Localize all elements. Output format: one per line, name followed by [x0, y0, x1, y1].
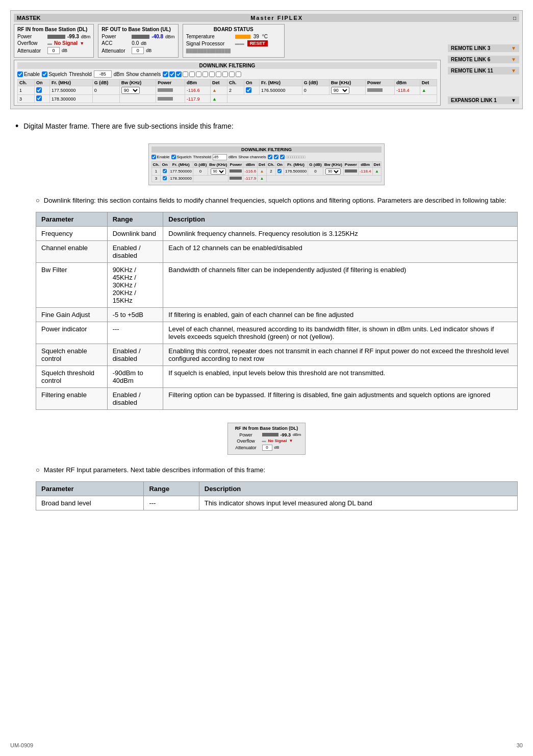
- mini-ch3: 3: [151, 175, 161, 182]
- mini-col-dbm: dBm: [243, 161, 258, 167]
- mini-ch-cb2[interactable]: [274, 155, 278, 159]
- enable-checkbox-label[interactable]: Enable: [17, 71, 40, 77]
- mini-bw2[interactable]: 90: [323, 167, 343, 175]
- rf-in-overflow-label: Overflow: [17, 40, 45, 46]
- channel-checkboxes: [163, 71, 241, 77]
- remote-link-6-item[interactable]: REMOTE LINK 6 ▼: [448, 56, 519, 63]
- ch-cb-2[interactable]: [169, 71, 175, 77]
- ch-on-cb[interactable]: [35, 95, 50, 103]
- ch-cb-9[interactable]: [216, 71, 221, 77]
- panel-title: Master FIPLEX: [40, 15, 513, 21]
- processor-label: Signal Processor: [186, 41, 232, 46]
- mini-det2: ▲: [372, 167, 382, 175]
- mini-ch-cb3[interactable]: [280, 155, 285, 159]
- mini-pwr3: [229, 175, 243, 182]
- rf-in-attenuator-row: Attenuator dB: [17, 47, 90, 54]
- overflow-indicator: ▬: [47, 41, 52, 46]
- ch-g: [92, 95, 119, 103]
- rf-mini-att-input[interactable]: [262, 445, 272, 451]
- col-bw: Bw (KHz): [119, 80, 156, 86]
- rf-out-att-input[interactable]: [132, 47, 144, 54]
- ch-power-bar-cell: [156, 86, 185, 95]
- mini-col-on: On: [161, 161, 169, 167]
- mini-squelch-cb[interactable]: [171, 155, 176, 159]
- mini-threshold-input[interactable]: [213, 154, 227, 160]
- ch-cb-1[interactable]: [163, 71, 168, 77]
- ch-cb-10[interactable]: [222, 71, 228, 77]
- rf-in-att-input[interactable]: [47, 47, 60, 54]
- enable-label: Enable: [24, 71, 40, 77]
- squelch-label: Squelch: [48, 71, 67, 77]
- param-name: Frequency: [36, 226, 108, 240]
- ch-cb-6[interactable]: [196, 71, 201, 77]
- ch-cb-3[interactable]: [176, 71, 182, 77]
- reset-button[interactable]: RESET: [247, 40, 268, 46]
- col-power2: Power: [366, 80, 395, 86]
- mini-ch-cb1[interactable]: [268, 155, 272, 159]
- ch-cb-5[interactable]: [189, 71, 195, 77]
- param-range: Enabled / disabled: [107, 240, 163, 262]
- mini-empty: [267, 175, 382, 182]
- mini-on3[interactable]: [161, 175, 169, 182]
- squelch-checkbox[interactable]: [42, 71, 47, 77]
- rf-out-power-unit: dBm: [165, 34, 175, 39]
- param-name: Power indicator: [36, 322, 108, 344]
- rf-in-power-row: Power -99.3 dBm: [17, 34, 90, 39]
- param-row-channel-enable: Channel enable Enabled / disabled Each o…: [36, 240, 518, 262]
- mini-col-bw: Bw (KHz): [208, 161, 229, 167]
- mini-col-fr: Fr. (MHz): [169, 161, 193, 167]
- ch-on-cb[interactable]: [35, 86, 50, 95]
- remote-link-6-label: REMOTE LINK 6: [451, 57, 490, 62]
- param-name: Channel enable: [36, 240, 108, 262]
- mini-bw1[interactable]: 90: [208, 167, 229, 175]
- remote-link-3-label: REMOTE LINK 3: [451, 45, 490, 51]
- close-icon[interactable]: □: [513, 15, 516, 21]
- empty-cells: [227, 95, 437, 103]
- remote-link-11-arrow: ▼: [511, 68, 516, 74]
- rf-out-att-row: Attenuator dB: [101, 47, 174, 54]
- rf-out-power-row: Power -40.8 dBm: [101, 34, 174, 39]
- mini-on1[interactable]: [161, 167, 169, 175]
- mini-freq1: 177.500000: [169, 167, 193, 175]
- remote-link-3-item[interactable]: REMOTE LINK 3 ▼: [448, 44, 519, 52]
- board-status-title: BOARD STATUS: [186, 27, 281, 32]
- ch-on-cb2[interactable]: [244, 86, 259, 95]
- ch-cb-4[interactable]: [183, 71, 188, 77]
- param-row-fine-gain: Fine Gain Adjust -5 to +5dB If filtering…: [36, 307, 518, 322]
- rf-in-power-bar: [47, 35, 65, 39]
- enable-checkbox[interactable]: [17, 71, 23, 77]
- mini-col-ch: Ch.: [151, 161, 161, 167]
- ch-bw-sel2[interactable]: 90: [329, 86, 365, 95]
- ch-cb-7[interactable]: [202, 71, 208, 77]
- squelch-checkbox-label[interactable]: Squelch: [42, 71, 67, 77]
- param-row-squelch-threshold: Squelch threshold control -90dBm to 40dB…: [36, 365, 518, 387]
- ch-cb-11[interactable]: [229, 71, 235, 77]
- param-col-description: Description: [163, 212, 518, 226]
- mini-enable-cb[interactable]: [151, 155, 156, 159]
- rf-out-title: RF OUT to Base Station (UL): [101, 27, 174, 32]
- ch-bw-sel[interactable]: 90: [119, 86, 156, 95]
- param-desc: If filtering is enabled, gain of each ch…: [163, 307, 518, 322]
- remote-link-11-item[interactable]: REMOTE LINK 11 ▼: [448, 67, 519, 75]
- param-range: -5 to +5dB: [107, 307, 163, 322]
- mini-ch2: 2: [267, 167, 276, 175]
- mini-col-g2: G (dB): [308, 161, 323, 167]
- mini-col-det: Det: [258, 161, 267, 167]
- sub-bullet-2: ○ Master RF Input parameters. Next table…: [36, 466, 518, 474]
- expansor-link-item[interactable]: EXPANSOR LINK 1 ▼: [448, 96, 519, 104]
- rf-out-power-value: -40.8: [151, 34, 163, 39]
- rf-out-att-label: Attenuator: [101, 48, 130, 54]
- threshold-input[interactable]: [94, 70, 112, 78]
- mini-freq3: 178.300000: [169, 175, 193, 182]
- remote-link-3-arrow: ▼: [511, 45, 516, 51]
- ch-cb-8[interactable]: [209, 71, 215, 77]
- param-desc: Level of each channel, measured accordin…: [163, 322, 518, 344]
- temp-value: 39: [253, 34, 259, 39]
- col-dbm2: dBm: [394, 80, 420, 86]
- mini-enable-label[interactable]: Enable: [151, 155, 170, 159]
- mini-squelch-label[interactable]: Squelch: [171, 155, 192, 159]
- mini-on2[interactable]: [275, 167, 284, 175]
- panel-left: RF IN from Base Station (DL) Power -99.3…: [14, 24, 441, 106]
- rf-in-power-unit: dBm: [81, 34, 91, 39]
- ch-cb-12[interactable]: [236, 71, 241, 77]
